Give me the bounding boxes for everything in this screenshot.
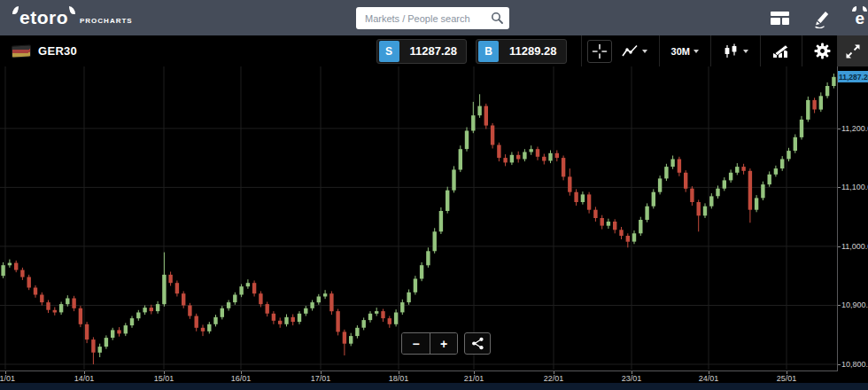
- time-axis-label: 16/01: [231, 374, 252, 383]
- price-axis-label: 11,100.00: [841, 183, 868, 191]
- time-axis-label: 23/01: [622, 374, 642, 383]
- price-axis-label: 10,800.00: [841, 360, 868, 369]
- candlestick-chart[interactable]: [0, 66, 837, 370]
- etoro-logo: etoro PROCHARTS: [12, 8, 133, 27]
- time-axis-label: 24/01: [699, 374, 719, 383]
- buy-tag: B: [478, 41, 499, 62]
- price-axis-label: 11,000.00: [841, 242, 868, 251]
- crosshair-icon: [592, 43, 608, 59]
- indicators-button[interactable]: [766, 39, 796, 64]
- price-axis-tick: [838, 364, 841, 365]
- timeframe-dropdown[interactable]: 30M: [665, 39, 705, 64]
- toolbar-divider: [802, 35, 802, 66]
- indicators-icon: [772, 44, 790, 58]
- crosshair-button[interactable]: [587, 40, 612, 63]
- price-axis-tick: [838, 246, 841, 247]
- time-axis-label: 18/01: [389, 374, 409, 383]
- toolbar-divider: [760, 35, 761, 66]
- top-bar: etoro PROCHARTS e: [0, 0, 868, 35]
- time-axis[interactable]: 11/0114/0115/0116/0117/0118/0121/0122/01…: [0, 370, 838, 383]
- chevron-down-icon: [694, 50, 699, 53]
- chevron-down-icon: [642, 50, 647, 53]
- search-input[interactable]: [356, 7, 509, 29]
- chart-area: 11,287.28 11,200.0011,100.0011,000.0010,…: [0, 66, 868, 390]
- time-axis-label: 17/01: [311, 374, 331, 383]
- current-price-tag: 11,287.28: [838, 71, 868, 82]
- bottom-scroll-strip: [0, 383, 868, 390]
- gear-icon: [814, 43, 831, 59]
- candlestick-icon: [723, 43, 740, 58]
- procharts-label: PROCHARTS: [80, 17, 133, 25]
- price-axis-label: 11,200.00: [841, 124, 868, 133]
- settings-button[interactable]: [808, 39, 837, 64]
- symbol-label: GER30: [38, 44, 77, 58]
- edit-pencil-icon[interactable]: [812, 7, 832, 28]
- zoom-controls: − +: [401, 332, 491, 355]
- zoom-out-button[interactable]: −: [402, 333, 430, 354]
- time-axis-label: 22/01: [544, 374, 564, 383]
- search-box: [356, 7, 509, 29]
- germany-flag-icon: [12, 45, 30, 57]
- zoom-in-button[interactable]: +: [430, 333, 457, 354]
- time-axis-label: 21/01: [464, 374, 484, 383]
- expand-icon: [845, 43, 861, 59]
- buy-button[interactable]: B 11289.28: [476, 39, 567, 64]
- chart-toolbar: GER30 S 11287.28 B 11289.28: [0, 35, 868, 66]
- timeframe-label: 30M: [671, 46, 690, 57]
- logo-text: etoro: [19, 8, 68, 27]
- price-axis-label: 10,900.00: [841, 300, 868, 309]
- toolbar-divider: [659, 35, 660, 66]
- fullscreen-button[interactable]: [837, 35, 868, 66]
- price-axis-tick: [838, 187, 841, 188]
- layout-grid-icon[interactable]: [771, 12, 789, 25]
- toolbar-divider: [710, 35, 711, 66]
- search-icon: [491, 12, 503, 24]
- buy-price: 11289.28: [500, 44, 566, 58]
- share-icon: [471, 337, 484, 350]
- price-axis[interactable]: 11,287.28 11,200.0011,100.0011,000.0010,…: [837, 66, 868, 370]
- sell-tag: S: [379, 41, 399, 62]
- time-axis-label: 15/01: [154, 374, 174, 383]
- price-axis-tick: [838, 129, 841, 129]
- chevron-down-icon: [743, 50, 748, 53]
- chart-type-dropdown[interactable]: [616, 39, 654, 64]
- toolbar-divider: [581, 35, 582, 66]
- etoro-logo-icon: etoro: [12, 8, 75, 27]
- logo-horn-left-icon: [12, 6, 19, 14]
- price-axis-tick: [838, 305, 841, 306]
- time-axis-label: 14/01: [74, 374, 95, 383]
- time-axis-label: 11/01: [0, 374, 15, 383]
- share-button[interactable]: [464, 332, 491, 355]
- sell-price: 11287.28: [401, 44, 467, 58]
- line-chart-type-icon: [622, 44, 639, 58]
- candle-style-dropdown[interactable]: [717, 39, 755, 64]
- logo-horn-right-icon: [69, 6, 75, 14]
- time-axis-label: 25/01: [777, 374, 797, 383]
- sell-button[interactable]: S 11287.28: [376, 39, 468, 64]
- etoro-account-icon[interactable]: e: [855, 10, 864, 27]
